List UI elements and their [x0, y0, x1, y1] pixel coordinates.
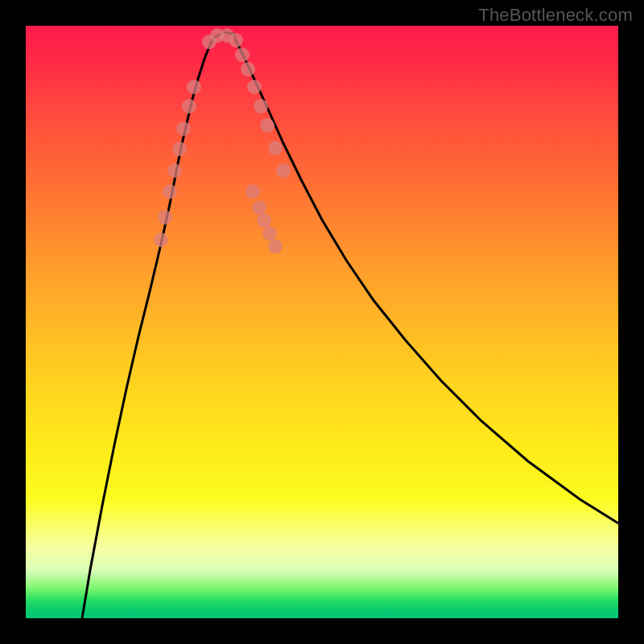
watermark-text: TheBottleneck.com [478, 5, 633, 26]
data-point [262, 226, 277, 241]
data-point [163, 184, 177, 199]
curve-left-branch [82, 39, 213, 618]
data-point [154, 233, 168, 247]
data-point [187, 80, 201, 94]
data-point [176, 122, 191, 136]
data-point [182, 99, 196, 114]
data-point [268, 141, 283, 155]
data-point [252, 200, 266, 215]
outer-frame: TheBottleneck.com [0, 0, 644, 644]
curve-right-branch [235, 39, 618, 523]
data-point [247, 80, 262, 94]
data-point [276, 163, 291, 178]
data-point [268, 239, 283, 254]
data-point [158, 210, 172, 225]
data-point [257, 213, 271, 228]
data-point [254, 99, 268, 114]
data-point [241, 62, 255, 76]
data-markers [154, 28, 291, 254]
data-point [172, 142, 187, 156]
chart-svg [26, 26, 618, 618]
data-point [229, 33, 243, 47]
data-point [167, 163, 182, 178]
data-point [246, 184, 260, 199]
data-point [260, 118, 275, 133]
plot-area [26, 26, 618, 618]
data-point [235, 47, 250, 62]
